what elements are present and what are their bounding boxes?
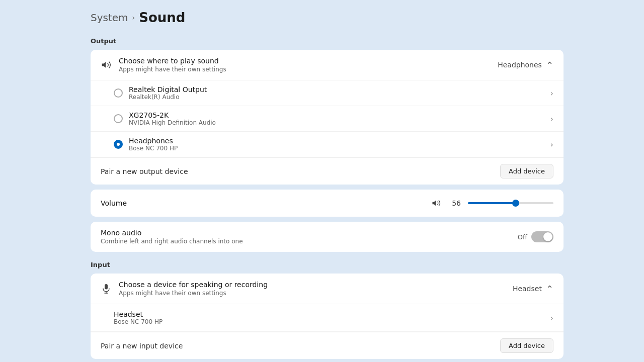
output-volume-row: Volume 56 — [91, 190, 564, 217]
mono-audio-toggle[interactable] — [531, 231, 553, 242]
headphones-name: Headphones — [129, 137, 544, 145]
input-device-card: Choose a device for speaking or recordin… — [91, 274, 564, 359]
input-selected-label: Headset ⌃ — [513, 284, 553, 294]
microphone-icon — [101, 283, 112, 294]
output-slider-thumb[interactable] — [512, 200, 519, 207]
pair-input-label: Pair a new input device — [101, 342, 183, 350]
headset-text: Headset Bose NC 700 HP — [114, 310, 544, 325]
output-chevron-up-icon: ⌃ — [546, 60, 553, 70]
add-input-device-button[interactable]: Add device — [500, 338, 553, 353]
breadcrumb-separator: › — [132, 14, 135, 22]
realtek-name: Realtek Digital Output — [129, 85, 544, 94]
output-device-card: Choose where to play sound Apps might ha… — [91, 50, 564, 185]
choose-input-title: Choose a device for speaking or recordin… — [119, 281, 506, 289]
breadcrumb-system[interactable]: System — [91, 12, 128, 24]
input-selected-value: Headset — [513, 285, 542, 293]
headphones-detail: Bose NC 700 HP — [129, 145, 544, 152]
output-device-xg2705[interactable]: XG2705-2K NVIDIA High Definition Audio › — [91, 106, 564, 132]
settings-page: System › Sound Output Choose where to pl… — [0, 0, 644, 362]
breadcrumb: System › Sound — [91, 10, 564, 25]
mono-audio-toggle-container: Off — [518, 231, 553, 242]
headset-name: Headset — [114, 310, 544, 318]
xg2705-detail: NVIDIA High Definition Audio — [129, 119, 544, 126]
add-output-device-button[interactable]: Add device — [500, 164, 553, 178]
pair-output-row: Pair a new output device Add device — [91, 157, 564, 185]
output-selected-label: Headphones ⌃ — [498, 60, 553, 70]
radio-headphones[interactable] — [114, 140, 123, 149]
realtek-chevron-icon: › — [550, 88, 553, 98]
mono-audio-row: Mono audio Combine left and right audio … — [91, 222, 564, 252]
output-volume-speaker-icon — [431, 198, 442, 209]
input-section-label: Input — [91, 261, 564, 268]
radio-realtek[interactable] — [114, 88, 123, 98]
toggle-thumb — [543, 232, 552, 241]
realtek-detail: Realtek(R) Audio — [129, 94, 544, 101]
output-selected-value: Headphones — [498, 61, 542, 69]
mono-audio-card: Mono audio Combine left and right audio … — [91, 222, 564, 252]
pair-input-row: Pair a new input device Add device — [91, 332, 564, 359]
output-device-headphones[interactable]: Headphones Bose NC 700 HP › — [91, 132, 564, 157]
output-slider-track — [468, 202, 553, 204]
xg2705-chevron-icon: › — [550, 114, 553, 124]
choose-input-subtitle: Apps might have their own settings — [119, 290, 506, 297]
mono-audio-state: Off — [518, 233, 527, 241]
mono-audio-subtitle: Combine left and right audio channels in… — [101, 238, 518, 245]
radio-headphones-text: Headphones Bose NC 700 HP — [129, 137, 544, 152]
mono-audio-title: Mono audio — [101, 229, 518, 237]
output-volume-label: Volume — [101, 199, 424, 207]
output-volume-value: 56 — [449, 199, 461, 207]
radio-xg2705[interactable] — [114, 114, 123, 123]
svg-marker-0 — [102, 62, 106, 68]
choose-output-text: Choose where to play sound Apps might ha… — [119, 57, 491, 73]
output-section-label: Output — [91, 37, 564, 45]
headset-detail: Bose NC 700 HP — [114, 318, 544, 325]
radio-realtek-text: Realtek Digital Output Realtek(R) Audio — [129, 85, 544, 101]
output-device-realtek[interactable]: Realtek Digital Output Realtek(R) Audio … — [91, 80, 564, 106]
choose-output-title: Choose where to play sound — [119, 57, 491, 65]
headset-chevron-icon: › — [550, 313, 553, 323]
xg2705-name: XG2705-2K — [129, 111, 544, 119]
mono-audio-text: Mono audio Combine left and right audio … — [101, 229, 518, 245]
pair-output-label: Pair a new output device — [101, 167, 188, 175]
input-device-headset[interactable]: Headset Bose NC 700 HP › — [91, 304, 564, 332]
output-volume-card: Volume 56 — [91, 190, 564, 217]
output-slider-fill — [468, 202, 516, 204]
svg-marker-1 — [433, 201, 436, 206]
headphones-chevron-icon: › — [550, 140, 553, 149]
choose-output-subtitle: Apps might have their own settings — [119, 66, 491, 73]
choose-output-row[interactable]: Choose where to play sound Apps might ha… — [91, 50, 564, 80]
output-volume-slider[interactable] — [468, 198, 553, 208]
input-chevron-up-icon: ⌃ — [546, 284, 553, 294]
speaker-icon — [101, 59, 112, 70]
breadcrumb-current: Sound — [139, 10, 185, 25]
choose-input-text: Choose a device for speaking or recordin… — [119, 281, 506, 297]
svg-rect-2 — [105, 284, 108, 290]
radio-xg2705-text: XG2705-2K NVIDIA High Definition Audio — [129, 111, 544, 126]
choose-input-row[interactable]: Choose a device for speaking or recordin… — [91, 274, 564, 304]
